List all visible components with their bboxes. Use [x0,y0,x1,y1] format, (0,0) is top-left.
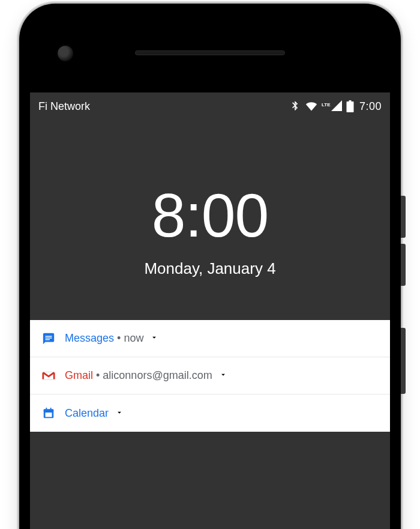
lock-clock-widget: 8:00 Monday, January 4 [30,185,390,278]
lock-clock-time: 8:00 [30,185,390,246]
notification-calendar[interactable]: Calendar [30,394,390,432]
messages-icon [42,332,55,345]
notification-app-name: Messages [65,332,114,344]
lte-signal-icon: LTE [322,100,342,112]
gmail-icon [42,369,55,382]
notification-shade: Messages • now [30,320,390,432]
phone-frame: Fi Network LTE 7:00 [19,4,401,529]
svg-rect-1 [46,336,52,336]
status-right-group: LTE 7:00 [289,100,382,113]
earpiece-speaker [135,50,285,55]
status-time: 7:00 [359,100,382,113]
carrier-label: Fi Network [38,100,90,113]
svg-rect-2 [46,337,52,338]
phone-screen: Fi Network LTE 7:00 [30,92,390,529]
notification-subtitle: • now [117,332,143,344]
svg-rect-6 [44,410,54,412]
notification-subtitle: • aliconnors@gmail.com [96,369,212,381]
battery-icon [346,100,354,112]
notification-messages[interactable]: Messages • now [30,320,390,357]
status-bar: Fi Network LTE 7:00 [30,92,390,120]
notification-gmail[interactable]: Gmail • aliconnors@gmail.com [30,357,390,394]
front-camera [56,44,74,62]
calendar-icon [42,407,55,420]
lock-clock-date: Monday, January 4 [30,259,390,278]
svg-rect-3 [46,339,50,339]
power-button[interactable] [401,328,406,394]
notification-app-name: Calendar [65,407,109,419]
svg-text:LTE: LTE [322,102,331,107]
chevron-down-icon [150,333,158,342]
bluetooth-icon [289,100,301,112]
notification-app-name: Gmail [65,369,93,381]
volume-up-button[interactable] [401,196,406,238]
svg-rect-7 [46,413,52,417]
svg-rect-9 [50,408,52,411]
chevron-down-icon [115,408,124,417]
chevron-down-icon [219,370,227,379]
svg-rect-8 [46,408,47,411]
wifi-icon [305,100,317,112]
volume-down-button[interactable] [401,244,406,286]
